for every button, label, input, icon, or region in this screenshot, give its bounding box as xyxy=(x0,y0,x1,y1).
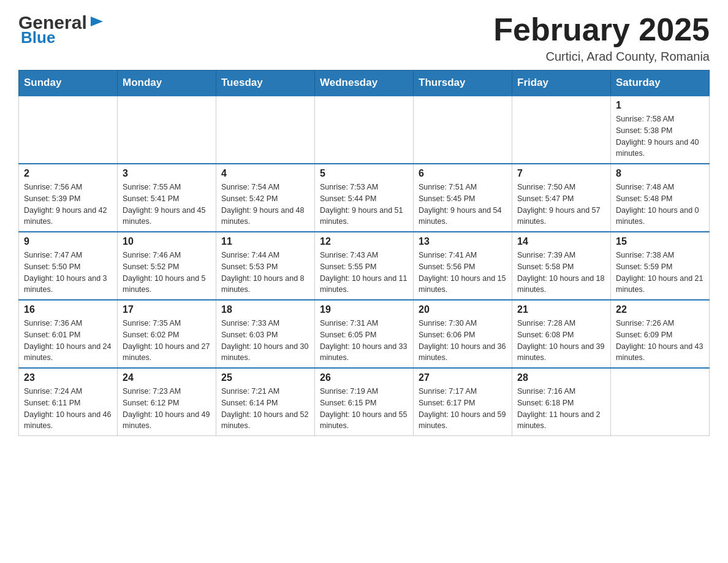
day-info: Sunrise: 7:41 AM Sunset: 5:56 PM Dayligh… xyxy=(419,250,507,296)
day-info: Sunrise: 7:38 AM Sunset: 5:59 PM Dayligh… xyxy=(616,250,704,296)
calendar-day-cell: 12Sunrise: 7:43 AM Sunset: 5:55 PM Dayli… xyxy=(315,232,414,300)
day-info: Sunrise: 7:58 AM Sunset: 5:38 PM Dayligh… xyxy=(616,113,704,159)
calendar-day-cell xyxy=(414,96,512,164)
day-number: 18 xyxy=(221,304,309,315)
calendar-day-header: Thursday xyxy=(414,71,512,96)
day-info: Sunrise: 7:21 AM Sunset: 6:14 PM Dayligh… xyxy=(221,386,309,432)
day-number: 25 xyxy=(221,372,309,383)
day-info: Sunrise: 7:30 AM Sunset: 6:06 PM Dayligh… xyxy=(419,318,507,364)
calendar-day-header: Sunday xyxy=(19,71,118,96)
day-number: 23 xyxy=(24,372,112,383)
calendar-day-cell xyxy=(611,368,710,436)
day-info: Sunrise: 7:35 AM Sunset: 6:02 PM Dayligh… xyxy=(123,318,211,364)
calendar-week-row: 16Sunrise: 7:36 AM Sunset: 6:01 PM Dayli… xyxy=(19,300,710,368)
calendar-day-header: Tuesday xyxy=(216,71,315,96)
day-number: 19 xyxy=(320,304,408,315)
calendar-day-cell: 7Sunrise: 7:50 AM Sunset: 5:47 PM Daylig… xyxy=(512,164,611,232)
calendar-day-cell: 16Sunrise: 7:36 AM Sunset: 6:01 PM Dayli… xyxy=(19,300,118,368)
calendar-header-row: SundayMondayTuesdayWednesdayThursdayFrid… xyxy=(19,71,710,96)
calendar-day-cell: 1Sunrise: 7:58 AM Sunset: 5:38 PM Daylig… xyxy=(611,96,710,164)
calendar-day-cell: 14Sunrise: 7:39 AM Sunset: 5:58 PM Dayli… xyxy=(512,232,611,300)
calendar-day-header: Wednesday xyxy=(315,71,414,96)
day-number: 17 xyxy=(123,304,211,315)
title-block: February 2025 Curtici, Arad County, Roma… xyxy=(493,12,710,64)
calendar-day-cell: 18Sunrise: 7:33 AM Sunset: 6:03 PM Dayli… xyxy=(216,300,315,368)
calendar-day-cell: 20Sunrise: 7:30 AM Sunset: 6:06 PM Dayli… xyxy=(414,300,512,368)
day-info: Sunrise: 7:51 AM Sunset: 5:45 PM Dayligh… xyxy=(419,182,507,228)
calendar-day-header: Friday xyxy=(512,71,611,96)
calendar-week-row: 2Sunrise: 7:56 AM Sunset: 5:39 PM Daylig… xyxy=(19,164,710,232)
calendar-day-cell xyxy=(118,96,216,164)
logo: General Blue xyxy=(18,12,105,47)
day-number: 7 xyxy=(517,168,605,179)
day-info: Sunrise: 7:53 AM Sunset: 5:44 PM Dayligh… xyxy=(320,182,408,228)
calendar-day-cell: 2Sunrise: 7:56 AM Sunset: 5:39 PM Daylig… xyxy=(19,164,118,232)
day-number: 24 xyxy=(123,372,211,383)
day-info: Sunrise: 7:44 AM Sunset: 5:53 PM Dayligh… xyxy=(221,250,309,296)
calendar-title: February 2025 xyxy=(493,12,710,47)
calendar-subtitle: Curtici, Arad County, Romania xyxy=(493,50,710,64)
calendar-day-cell: 3Sunrise: 7:55 AM Sunset: 5:41 PM Daylig… xyxy=(118,164,216,232)
calendar-day-cell: 5Sunrise: 7:53 AM Sunset: 5:44 PM Daylig… xyxy=(315,164,414,232)
calendar-day-cell: 10Sunrise: 7:46 AM Sunset: 5:52 PM Dayli… xyxy=(118,232,216,300)
day-info: Sunrise: 7:28 AM Sunset: 6:08 PM Dayligh… xyxy=(517,318,605,364)
calendar-day-cell: 13Sunrise: 7:41 AM Sunset: 5:56 PM Dayli… xyxy=(414,232,512,300)
day-info: Sunrise: 7:16 AM Sunset: 6:18 PM Dayligh… xyxy=(517,386,605,432)
day-number: 21 xyxy=(517,304,605,315)
day-number: 11 xyxy=(221,236,309,247)
day-number: 26 xyxy=(320,372,408,383)
day-number: 10 xyxy=(123,236,211,247)
day-info: Sunrise: 7:19 AM Sunset: 6:15 PM Dayligh… xyxy=(320,386,408,432)
day-info: Sunrise: 7:31 AM Sunset: 6:05 PM Dayligh… xyxy=(320,318,408,364)
calendar-day-cell: 25Sunrise: 7:21 AM Sunset: 6:14 PM Dayli… xyxy=(216,368,315,436)
page-header: General Blue February 2025 Curtici, Arad… xyxy=(18,12,710,64)
day-info: Sunrise: 7:55 AM Sunset: 5:41 PM Dayligh… xyxy=(123,182,211,228)
day-number: 6 xyxy=(419,168,507,179)
calendar-day-cell: 28Sunrise: 7:16 AM Sunset: 6:18 PM Dayli… xyxy=(512,368,611,436)
calendar-week-row: 1Sunrise: 7:58 AM Sunset: 5:38 PM Daylig… xyxy=(19,96,710,164)
day-number: 28 xyxy=(517,372,605,383)
day-number: 8 xyxy=(616,168,704,179)
calendar-day-cell: 23Sunrise: 7:24 AM Sunset: 6:11 PM Dayli… xyxy=(19,368,118,436)
calendar-day-header: Saturday xyxy=(611,71,710,96)
calendar-day-cell xyxy=(19,96,118,164)
day-number: 22 xyxy=(616,304,704,315)
day-number: 15 xyxy=(616,236,704,247)
calendar-day-cell: 22Sunrise: 7:26 AM Sunset: 6:09 PM Dayli… xyxy=(611,300,710,368)
calendar-day-cell xyxy=(216,96,315,164)
calendar-day-cell: 17Sunrise: 7:35 AM Sunset: 6:02 PM Dayli… xyxy=(118,300,216,368)
day-number: 14 xyxy=(517,236,605,247)
day-info: Sunrise: 7:33 AM Sunset: 6:03 PM Dayligh… xyxy=(221,318,309,364)
calendar-day-cell: 11Sunrise: 7:44 AM Sunset: 5:53 PM Dayli… xyxy=(216,232,315,300)
day-info: Sunrise: 7:39 AM Sunset: 5:58 PM Dayligh… xyxy=(517,250,605,296)
calendar-day-cell xyxy=(315,96,414,164)
day-number: 16 xyxy=(24,304,112,315)
calendar-day-cell: 8Sunrise: 7:48 AM Sunset: 5:48 PM Daylig… xyxy=(611,164,710,232)
calendar-day-cell: 15Sunrise: 7:38 AM Sunset: 5:59 PM Dayli… xyxy=(611,232,710,300)
day-number: 20 xyxy=(419,304,507,315)
day-info: Sunrise: 7:26 AM Sunset: 6:09 PM Dayligh… xyxy=(616,318,704,364)
day-number: 9 xyxy=(24,236,112,247)
logo-blue-text: Blue xyxy=(21,28,55,47)
calendar-day-cell xyxy=(512,96,611,164)
day-number: 13 xyxy=(419,236,507,247)
day-info: Sunrise: 7:17 AM Sunset: 6:17 PM Dayligh… xyxy=(419,386,507,432)
calendar-day-cell: 9Sunrise: 7:47 AM Sunset: 5:50 PM Daylig… xyxy=(19,232,118,300)
calendar-day-cell: 19Sunrise: 7:31 AM Sunset: 6:05 PM Dayli… xyxy=(315,300,414,368)
day-number: 2 xyxy=(24,168,112,179)
day-number: 5 xyxy=(320,168,408,179)
day-info: Sunrise: 7:48 AM Sunset: 5:48 PM Dayligh… xyxy=(616,182,704,228)
day-number: 1 xyxy=(616,100,704,111)
day-info: Sunrise: 7:54 AM Sunset: 5:42 PM Dayligh… xyxy=(221,182,309,228)
day-number: 27 xyxy=(419,372,507,383)
day-number: 3 xyxy=(123,168,211,179)
calendar-week-row: 9Sunrise: 7:47 AM Sunset: 5:50 PM Daylig… xyxy=(19,232,710,300)
day-info: Sunrise: 7:23 AM Sunset: 6:12 PM Dayligh… xyxy=(123,386,211,432)
calendar-day-cell: 24Sunrise: 7:23 AM Sunset: 6:12 PM Dayli… xyxy=(118,368,216,436)
day-info: Sunrise: 7:56 AM Sunset: 5:39 PM Dayligh… xyxy=(24,182,112,228)
calendar-table: SundayMondayTuesdayWednesdayThursdayFrid… xyxy=(18,70,710,436)
calendar-day-header: Monday xyxy=(118,71,216,96)
day-info: Sunrise: 7:36 AM Sunset: 6:01 PM Dayligh… xyxy=(24,318,112,364)
calendar-day-cell: 6Sunrise: 7:51 AM Sunset: 5:45 PM Daylig… xyxy=(414,164,512,232)
day-number: 12 xyxy=(320,236,408,247)
